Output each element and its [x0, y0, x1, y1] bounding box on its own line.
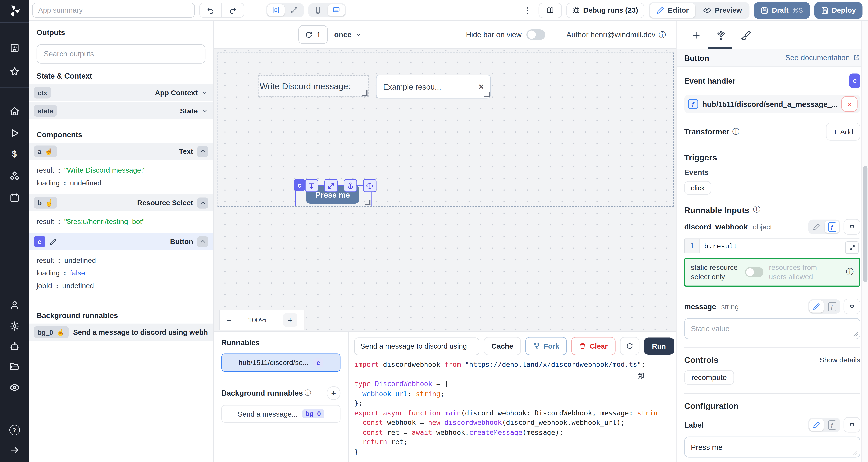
- resize-handle[interactable]: [362, 90, 368, 96]
- workspace-icon[interactable]: [0, 40, 29, 55]
- component-row-b[interactable]: b☝ Resource Select: [29, 194, 213, 211]
- mobile-view-button[interactable]: [309, 4, 327, 16]
- resources-cubes-icon[interactable]: [0, 169, 29, 183]
- recompute-chip[interactable]: recompute: [684, 370, 734, 385]
- text-component[interactable]: Write Discord message:: [258, 76, 368, 96]
- background-runnable-row[interactable]: bg_0☝ Send a message to discord using we…: [29, 324, 213, 341]
- home-icon[interactable]: [0, 104, 29, 119]
- workers-robot-icon[interactable]: [0, 339, 29, 354]
- scrollbar-thumb[interactable]: [863, 166, 867, 282]
- zoom-out-button[interactable]: −: [226, 315, 231, 325]
- selected-runnable-item[interactable]: hub/1511/discord/se... c: [221, 354, 340, 372]
- textarea-resize-icon[interactable]: [853, 332, 858, 337]
- settings-gear-icon[interactable]: [0, 319, 29, 333]
- preview-tab[interactable]: Preview: [696, 3, 748, 18]
- clear-selection-icon[interactable]: ×: [478, 81, 484, 92]
- debug-runs-button[interactable]: Debug runs (23): [566, 2, 644, 18]
- folders-icon[interactable]: [0, 359, 29, 373]
- help-icon[interactable]: ?: [0, 423, 29, 437]
- schedules-calendar-icon[interactable]: [0, 190, 29, 205]
- copy-code-icon[interactable]: [637, 372, 645, 381]
- expression-mode-icon[interactable]: f: [825, 419, 839, 431]
- editor-tab[interactable]: Editor: [650, 3, 695, 18]
- fork-button[interactable]: Fork: [525, 337, 567, 355]
- message-static-value-input[interactable]: Static value: [684, 318, 860, 339]
- resize-handle[interactable]: [365, 200, 371, 205]
- component-settings-tab-icon[interactable]: [716, 30, 726, 40]
- expand-expression-icon[interactable]: [845, 241, 859, 254]
- docs-book-button[interactable]: [538, 2, 562, 18]
- desktop-view-button[interactable]: [328, 4, 345, 16]
- runs-play-icon[interactable]: [0, 126, 29, 140]
- deploy-button[interactable]: Deploy: [814, 2, 863, 19]
- label-value-input[interactable]: Press me: [684, 436, 860, 458]
- connect-plug-icon[interactable]: [844, 417, 860, 432]
- fullscreen-layout-button[interactable]: [286, 4, 303, 16]
- audit-eye-icon[interactable]: [0, 380, 29, 395]
- redo-button[interactable]: [221, 3, 244, 17]
- favorites-star-icon[interactable]: [0, 64, 29, 79]
- component-row-a[interactable]: a☝ Text: [29, 143, 213, 160]
- zoom-in-button[interactable]: +: [283, 313, 298, 327]
- styling-brush-tab-icon[interactable]: [741, 30, 751, 40]
- expand-sidebar-arrow-icon[interactable]: [0, 442, 29, 457]
- windmill-logo[interactable]: [0, 4, 29, 18]
- static-edit-pencil-icon[interactable]: [809, 300, 824, 312]
- add-transformer-button[interactable]: +Add: [826, 123, 860, 140]
- app-summary-input[interactable]: [32, 3, 195, 18]
- expression-mode-icon[interactable]: f: [825, 221, 839, 233]
- add-background-runnable-button[interactable]: +: [327, 386, 341, 400]
- more-options-kebab-icon[interactable]: ⋮: [521, 5, 534, 15]
- expression-mode-icon[interactable]: f: [825, 300, 839, 312]
- show-details-link[interactable]: Show details: [819, 356, 860, 364]
- collapse-chevron-up[interactable]: [197, 236, 208, 247]
- textarea-resize-icon[interactable]: [853, 450, 858, 455]
- dock-bottom-icon[interactable]: [305, 179, 318, 192]
- static-edit-pencil-icon[interactable]: [809, 419, 824, 431]
- clear-button[interactable]: Clear: [571, 337, 615, 355]
- expand-component-icon[interactable]: [324, 179, 338, 192]
- see-documentation-link[interactable]: See documentation: [785, 54, 860, 62]
- background-runnable-item[interactable]: Send a message... bg_0: [221, 405, 340, 423]
- draft-save-button[interactable]: Draft ⌘S: [754, 2, 810, 19]
- cache-button[interactable]: Cache: [484, 337, 521, 355]
- chevron-down-icon[interactable]: [201, 107, 208, 114]
- move-icon[interactable]: [363, 179, 376, 192]
- run-button[interactable]: Run: [644, 337, 674, 355]
- chevron-down-icon[interactable]: [201, 89, 208, 96]
- runnable-name-input[interactable]: [354, 337, 479, 355]
- expression-value[interactable]: b.result: [700, 239, 845, 253]
- resize-handle[interactable]: [485, 92, 490, 97]
- static-edit-pencil-icon[interactable]: [809, 221, 824, 233]
- variables-dollar-icon[interactable]: $: [0, 147, 29, 162]
- info-icon[interactable]: ⓘ: [659, 30, 666, 39]
- undo-button[interactable]: [200, 3, 221, 17]
- remove-handler-button[interactable]: ×: [841, 96, 858, 112]
- info-icon[interactable]: ⓘ: [846, 267, 854, 277]
- discord-webhook-expression[interactable]: 1 b.result: [684, 238, 860, 253]
- inspector-scrollbar[interactable]: [861, 21, 868, 462]
- connect-plug-icon[interactable]: [844, 219, 860, 234]
- collapse-chevron-up[interactable]: [197, 197, 208, 208]
- reload-code-button[interactable]: [620, 337, 639, 355]
- click-event-chip[interactable]: click: [684, 181, 711, 195]
- component-row-c-selected[interactable]: c Button: [29, 233, 213, 250]
- button-component-selection[interactable]: c Press me: [295, 184, 371, 206]
- refresh-mode-dropdown[interactable]: once: [334, 31, 362, 39]
- output-row-ctx[interactable]: ctx App Context: [29, 84, 213, 101]
- hide-bar-toggle[interactable]: [527, 29, 546, 40]
- insert-component-tab-plus-icon[interactable]: [691, 30, 701, 40]
- anchor-icon[interactable]: [344, 179, 357, 192]
- resource-select-component[interactable]: Example resou... ×: [376, 75, 491, 98]
- user-icon[interactable]: [0, 298, 29, 312]
- centered-layout-button[interactable]: [268, 4, 284, 16]
- collapse-chevron-up[interactable]: [197, 146, 208, 157]
- code-editor[interactable]: import discordwebhook from "https://deno…: [354, 360, 668, 462]
- resource-mode-toggle[interactable]: [745, 267, 763, 277]
- connect-plug-icon[interactable]: [844, 299, 860, 314]
- refresh-count-button[interactable]: 1: [299, 26, 328, 44]
- event-handler-runnable[interactable]: f hub/1511/discord/send_a_message_... ×: [684, 95, 860, 113]
- outputs-search-input[interactable]: [42, 49, 199, 59]
- output-row-state[interactable]: state State: [29, 102, 213, 120]
- app-canvas[interactable]: Write Discord message: Example resou... …: [214, 48, 676, 331]
